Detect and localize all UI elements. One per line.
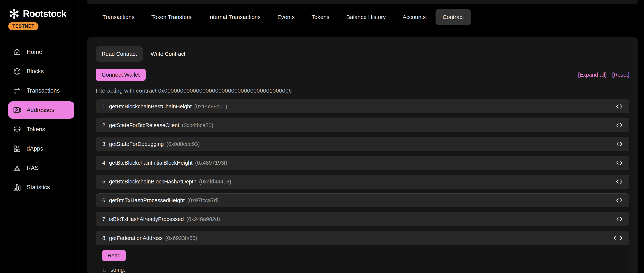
subtab-write-contract[interactable]: Write Contract <box>145 46 192 62</box>
output-type-label: string: <box>110 267 125 273</box>
brand-name: Rootstock <box>23 8 66 19</box>
function-name: getBtcBlockchainInitialBlockHeight <box>109 160 192 166</box>
main-content: Transactions Token Transfers Internal Tr… <box>79 0 644 273</box>
function-name: isBtcTxHashAlreadyProcessed <box>109 216 184 222</box>
connect-wallet-button[interactable]: Connect Wallet <box>96 69 146 81</box>
code-icon[interactable] <box>616 141 623 147</box>
function-row-1[interactable]: 1. getBtcBlockchainBestChainHeight (0x14… <box>96 100 629 113</box>
ras-icon <box>13 164 22 172</box>
testnet-badge: TESTNET <box>8 22 38 30</box>
sidebar-item-label: Addresses <box>27 107 54 113</box>
function-row-8-expanded: 8. getFederationAddress (0x6923fa85) Rea… <box>96 231 629 273</box>
wallet-row: Connect Wallet [Expand all] [Reset] <box>96 69 629 81</box>
sidebar-item-blocks[interactable]: Blocks <box>8 63 74 80</box>
function-selector: (0x248a982d) <box>186 216 220 222</box>
function-index: 8. <box>102 235 107 241</box>
function-index: 4. <box>102 160 107 166</box>
function-index: 5. <box>102 179 107 185</box>
sidebar-item-label: Blocks <box>27 68 44 75</box>
function-selector: (0x97fcca7d) <box>187 197 219 203</box>
function-name: getBtcTxHashProcessedHeight <box>109 197 185 203</box>
function-selector: (0x14c89c01) <box>194 103 227 110</box>
function-row-5[interactable]: 5. getBtcBlockchainBlockHashAtDepth (0xe… <box>96 175 629 188</box>
rootstock-logo-icon <box>8 8 20 20</box>
code-icon[interactable] <box>613 235 623 241</box>
function-index: 6. <box>102 197 107 203</box>
tab-internal-transactions[interactable]: Internal Transactions <box>201 9 268 25</box>
sidebar-item-home[interactable]: Home <box>8 43 74 61</box>
function-index: 2. <box>102 122 107 128</box>
read-button[interactable]: Read <box>102 250 126 261</box>
subtab-read-contract[interactable]: Read Contract <box>96 46 143 62</box>
previous-card-bottom <box>87 0 638 4</box>
function-selector: (0x4897193f) <box>195 160 227 166</box>
brand-logo[interactable]: Rootstock <box>8 8 78 20</box>
function-index: 1. <box>102 103 107 110</box>
tab-contract[interactable]: Contract <box>436 9 471 25</box>
code-icon[interactable] <box>616 122 623 128</box>
function-row-4[interactable]: 4. getBtcBlockchainInitialBlockHeight (0… <box>96 156 629 170</box>
tab-balance-history[interactable]: Balance History <box>339 9 393 25</box>
tab-tokens[interactable]: Tokens <box>304 9 336 25</box>
function-row-3[interactable]: 3. getStateForDebugging (0x0d0cee93) <box>96 137 629 151</box>
sidebar-item-transactions[interactable]: Transactions <box>8 82 74 99</box>
function-row-7[interactable]: 7. isBtcTxHashAlreadyProcessed (0x248a98… <box>96 212 629 226</box>
function-index: 3. <box>102 141 107 147</box>
blocks-icon <box>13 67 22 76</box>
function-name: getBtcBlockchainBlockHashAtDepth <box>109 179 196 185</box>
sidebar-nav: Home Blocks Transactions <box>8 43 78 196</box>
sidebar-item-addresses[interactable]: Addresses <box>8 101 74 119</box>
tab-transactions[interactable]: Transactions <box>95 9 142 25</box>
function-output-line: ∟ string: <box>102 267 623 273</box>
function-name: getFederationAddress <box>109 235 162 241</box>
home-icon <box>13 48 22 56</box>
return-corner-glyph: ∟ <box>102 267 107 273</box>
function-index: 7. <box>102 216 107 222</box>
sidebar-item-ras[interactable]: RAS <box>8 159 74 177</box>
addresses-icon <box>13 106 22 114</box>
function-name: getStateForDebugging <box>109 141 164 147</box>
app-root: Rootstock TESTNET Home Blocks <box>0 0 644 273</box>
sidebar-item-label: Statistics <box>27 184 50 191</box>
function-name: getBtcBlockchainBestChainHeight <box>109 103 192 110</box>
interacting-with-contract-text: Interacting with contract 0x000000000000… <box>96 88 629 94</box>
function-row-6[interactable]: 6. getBtcTxHashProcessedHeight (0x97fcca… <box>96 193 629 207</box>
sidebar-item-label: dApps <box>27 145 43 152</box>
reset-link[interactable]: [Reset] <box>612 72 629 78</box>
tokens-icon <box>13 125 22 134</box>
address-tabs: Transactions Token Transfers Internal Tr… <box>95 9 471 25</box>
function-selector: (0xc4fbca20) <box>182 122 213 128</box>
function-row-8[interactable]: 8. getFederationAddress (0x6923fa85) <box>96 231 629 245</box>
sidebar: Rootstock TESTNET Home Blocks <box>0 0 78 273</box>
code-icon[interactable] <box>616 179 623 184</box>
sidebar-item-statistics[interactable]: Statistics <box>8 179 74 196</box>
sidebar-item-label: RAS <box>27 165 39 171</box>
tab-accounts[interactable]: Accounts <box>395 9 433 25</box>
function-name: getStateForBtcReleaseClient <box>109 122 179 128</box>
contract-panel: Read Contract Write Contract Connect Wal… <box>87 37 638 273</box>
sidebar-item-label: Tokens <box>27 126 45 133</box>
dapps-icon <box>13 144 22 153</box>
sidebar-item-label: Transactions <box>27 87 60 94</box>
function-selector: (0x6923fa85) <box>165 235 198 241</box>
sidebar-item-dapps[interactable]: dApps <box>8 140 74 157</box>
statistics-icon <box>13 183 22 192</box>
function-selector: (0x0d0cee93) <box>166 141 200 147</box>
code-icon[interactable] <box>616 216 623 222</box>
sidebar-item-tokens[interactable]: Tokens <box>8 121 74 138</box>
function-selector: (0xefd44418) <box>199 179 231 185</box>
function-list: 1. getBtcBlockchainBestChainHeight (0x14… <box>96 100 629 273</box>
function-expanded-body: Read ∟ string: <box>96 245 629 273</box>
contract-subtabs: Read Contract Write Contract <box>96 46 629 62</box>
function-row-2[interactable]: 2. getStateForBtcReleaseClient (0xc4fbca… <box>96 118 629 132</box>
expand-all-link[interactable]: [Expand all] <box>578 72 607 78</box>
tab-token-transfers[interactable]: Token Transfers <box>144 9 198 25</box>
code-icon[interactable] <box>616 197 623 203</box>
tab-events[interactable]: Events <box>270 9 302 25</box>
code-icon[interactable] <box>616 104 623 109</box>
transactions-icon <box>13 86 22 95</box>
code-icon[interactable] <box>616 160 623 166</box>
panel-links: [Expand all] [Reset] <box>578 72 629 78</box>
sidebar-item-label: Home <box>27 49 42 55</box>
